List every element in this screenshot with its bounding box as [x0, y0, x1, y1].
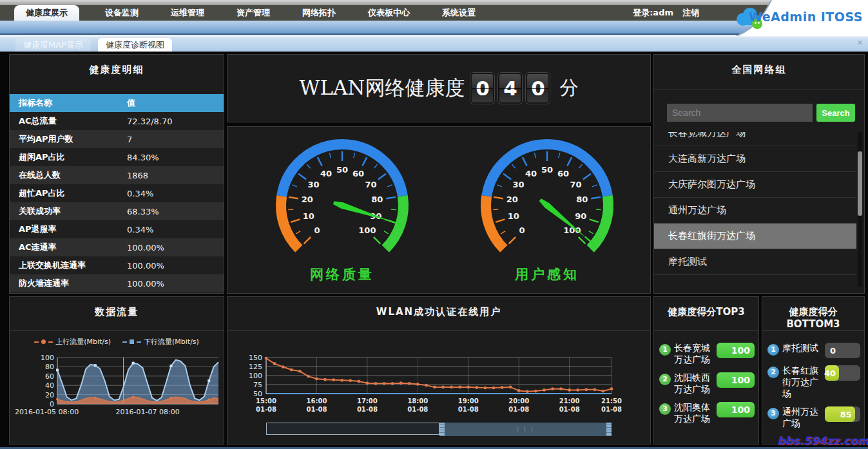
metric-value: 72.32/8.70 — [127, 117, 224, 126]
list-scrollbar[interactable] — [858, 132, 862, 287]
network-group-item[interactable]: 长春宽城万达广场 — [654, 132, 856, 146]
metric-value: 0.34% — [127, 189, 224, 198]
metric-name: 上联交换机连通率 — [10, 260, 127, 271]
table-row: 超忙AP占比0.34% — [10, 184, 224, 202]
legend-label: 上行流量(Mbit/s) — [55, 337, 111, 347]
wlan-users-panel: WLAN成功认证在线用户 507510012515015:0001-0816:0… — [227, 296, 651, 444]
svg-text:90: 90 — [575, 211, 586, 221]
svg-text:01-08: 01-08 — [601, 406, 622, 413]
wlan-score-panel: WLAN网络健康度 040 分 — [227, 54, 651, 122]
table-row: AC连通率100.00% — [10, 238, 224, 256]
table-row: 平均AP用户数7 — [10, 130, 224, 148]
legend-label: 下行流量(Mbit/s) — [144, 337, 199, 347]
gauges-panel: 0102030405060708090100网络质量 0102030405060… — [227, 126, 651, 294]
menu-item[interactable]: 系统设置 — [436, 5, 482, 21]
rank-badge: 1 — [767, 344, 779, 356]
bottom3-list: 1摩托测试02长春红旗街万达广场403通州万达广场85 — [762, 336, 864, 429]
svg-text:80: 80 — [371, 195, 383, 204]
svg-text:10: 10 — [303, 211, 314, 221]
svg-text:2016-01-05 08:00: 2016-01-05 08:00 — [15, 408, 79, 416]
wlan-users-title: WLAN成功认证在线用户 — [227, 297, 650, 318]
datazoom-selected[interactable]: ⋮⋮⋮ — [445, 423, 606, 436]
metric-name: 防火墙连通率 — [10, 278, 127, 289]
search-row: Search — [667, 104, 855, 122]
svg-text:60: 60 — [352, 169, 364, 178]
svg-text:15:00: 15:00 — [256, 397, 276, 405]
table-row: AC总流量72.32/8.70 — [10, 112, 224, 130]
logo-area: WeAdmin ITOSS — [726, 0, 868, 36]
svg-text:18:00: 18:00 — [407, 397, 428, 405]
network-quality-gauge: 0102030405060708090100网络质量 — [246, 129, 439, 292]
table-row: 上联交换机连通率100.00% — [10, 256, 224, 274]
view-tab[interactable]: 健康度诊断视图 — [98, 38, 172, 52]
tab-close-icon[interactable]: ✕ — [857, 39, 863, 47]
datazoom-right-handle[interactable] — [606, 423, 612, 436]
network-group-title: 全国网络组 — [654, 55, 864, 76]
score-flip-digits: 040 — [468, 73, 552, 104]
svg-text:01-08: 01-08 — [559, 406, 580, 413]
svg-text:21:00: 21:00 — [559, 397, 580, 405]
datazoom-left-handle[interactable] — [439, 423, 445, 436]
site-name: 沈阳铁西万达广场 — [674, 372, 714, 395]
search-button[interactable]: Search — [816, 104, 855, 122]
menu-item[interactable]: 网络拓扑 — [296, 5, 342, 21]
menu-item[interactable]: 健康度展示 — [14, 5, 79, 21]
table-row: AP退服率0.34% — [10, 220, 224, 238]
users-line-chart: 507510012515015:0001-0816:0001-0817:0001… — [227, 350, 651, 421]
svg-text:16:00: 16:00 — [307, 397, 327, 405]
menu-item[interactable]: 资产管理 — [230, 5, 276, 21]
svg-text:60: 60 — [557, 169, 569, 178]
metric-name: 平均AP用户数 — [10, 133, 127, 145]
rank-badge: 1 — [659, 344, 671, 356]
network-group-item[interactable]: 大连高新万达广场 — [654, 146, 856, 172]
network-group-item[interactable]: 通州万达广场 — [654, 198, 856, 224]
user-perception-gauge: 0102030405060708090100用户感知 — [450, 129, 644, 292]
svg-text:100: 100 — [358, 225, 376, 235]
score-line: WLAN网络健康度 040 分 — [227, 73, 650, 104]
datazoom-unselected[interactable] — [266, 423, 439, 435]
table-row: 在线总人数1868 — [10, 166, 224, 184]
svg-text:150: 150 — [249, 354, 262, 362]
rank-badge: 2 — [767, 367, 779, 378]
metric-value: 100.00% — [127, 261, 224, 271]
table-row: 超闲AP占比84.30% — [10, 148, 224, 166]
col-metric-name: 指标名称 — [10, 97, 127, 109]
search-input[interactable] — [667, 104, 813, 122]
divider — [227, 330, 650, 331]
network-group-list: 长春宽城万达广场大连高新万达广场大庆萨尔图万达广场通州万达广场长春红旗街万达广场… — [654, 132, 856, 287]
menu-item[interactable]: 设备监测 — [99, 5, 145, 21]
svg-text:40: 40 — [525, 169, 537, 178]
score-title: WLAN网络健康度 — [300, 75, 465, 102]
datazoom-slider: ⋮⋮⋮ — [266, 423, 612, 436]
network-group-item[interactable]: 大庆萨尔图万达广场 — [654, 172, 856, 198]
network-group-item[interactable]: 长春红旗街万达广场 — [654, 224, 856, 249]
site-name: 沈阳奥体万达广场 — [674, 401, 714, 425]
table-row: 关联成功率68.33% — [10, 202, 224, 220]
traffic-legend: 上行流量(Mbit/s)下行流量(Mbit/s) — [10, 337, 224, 347]
network-group-item[interactable]: 摩托测试 — [654, 249, 856, 275]
svg-text:01-08: 01-08 — [357, 406, 378, 413]
metric-value: 7 — [127, 135, 224, 144]
data-traffic-title: 数据流量 — [10, 297, 224, 318]
svg-text:30: 30 — [512, 180, 524, 189]
metric-name: AP退服率 — [10, 224, 127, 235]
rank-entry: 2长春红旗街万达广场40 — [767, 365, 860, 399]
menu-item[interactable]: 运维管理 — [164, 5, 211, 21]
score-bottom3-panel: 健康度得分BOTTOM3 1摩托测试02长春红旗街万达广场403通州万达广场85 — [762, 296, 865, 444]
logout-link[interactable]: 注销 — [682, 5, 699, 21]
svg-text:50: 50 — [541, 165, 553, 175]
svg-text:125: 125 — [249, 363, 262, 371]
site-name: 摩托测试 — [782, 342, 822, 354]
score-bar-fill: 85 — [825, 406, 855, 422]
view-tab[interactable]: 健康度MAP展示 — [15, 38, 91, 52]
svg-text:20: 20 — [45, 391, 54, 399]
rank-entry: 2沈阳铁西万达广场100 — [659, 372, 755, 395]
divider — [762, 330, 864, 331]
menu-item[interactable]: 仪表板中心 — [362, 5, 416, 21]
rank-badge: 3 — [659, 403, 671, 415]
svg-text:0: 0 — [519, 225, 525, 235]
svg-text:70: 70 — [570, 180, 581, 189]
legend-item[interactable]: 下行流量(Mbit/s) — [122, 337, 199, 347]
list-scrollbar-thumb[interactable] — [858, 151, 862, 216]
legend-item[interactable]: 上行流量(Mbit/s) — [34, 337, 111, 347]
